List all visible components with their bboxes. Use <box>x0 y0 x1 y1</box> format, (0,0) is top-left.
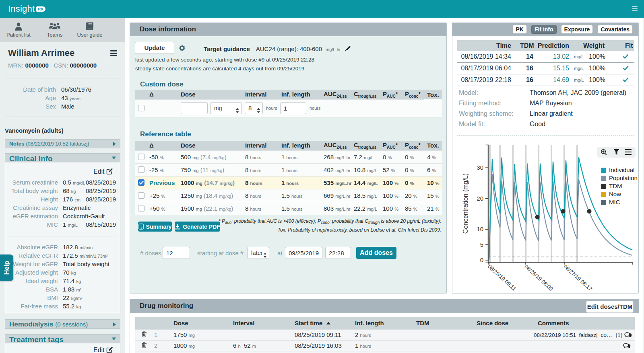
svg-text:08/25/19 09:11: 08/25/19 09:11 <box>487 263 517 292</box>
svg-text:10: 10 <box>477 226 483 232</box>
svg-text:20: 20 <box>477 195 483 202</box>
svg-text:MIC: MIC <box>609 199 620 205</box>
svg-text:Individual: Individual <box>609 166 634 173</box>
svg-text:TDM: TDM <box>609 183 622 189</box>
svg-text:30: 30 <box>477 164 483 171</box>
svg-text:Now: Now <box>609 191 621 197</box>
svg-text:Concentration (mg/L): Concentration (mg/L) <box>462 173 469 234</box>
svg-text:08/26/19 08:00: 08/26/19 08:00 <box>523 263 554 292</box>
svg-text:08/27/19 08:17: 08/27/19 08:17 <box>562 263 593 292</box>
svg-text:Population: Population <box>609 174 638 181</box>
svg-text:0: 0 <box>480 257 483 263</box>
svg-text:5: 5 <box>480 241 483 248</box>
